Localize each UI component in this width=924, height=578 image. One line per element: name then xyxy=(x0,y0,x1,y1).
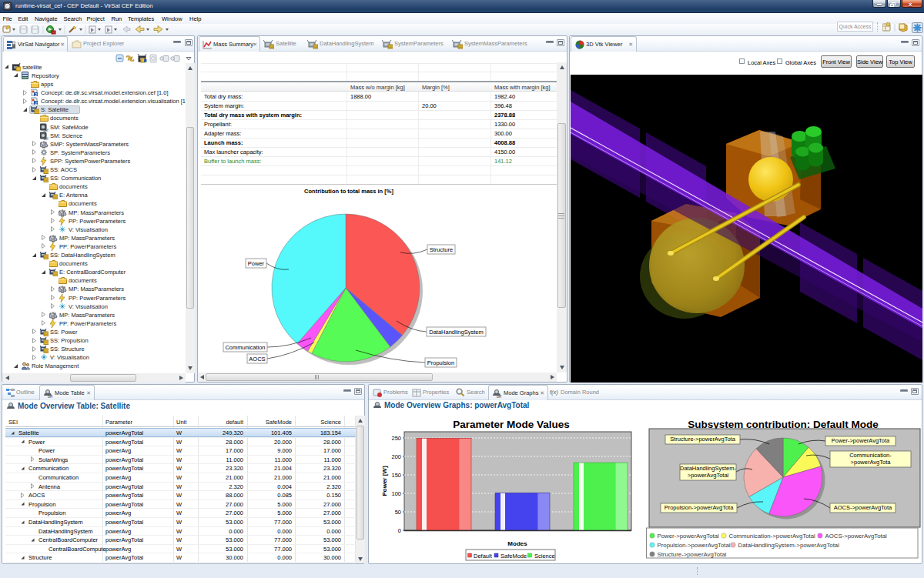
svg-text:150: 150 xyxy=(391,472,401,479)
svg-text:>powerAvgTotal: >powerAvgTotal xyxy=(688,472,729,479)
svg-text:Power [W]: Power [W] xyxy=(381,466,388,496)
svg-text:100: 100 xyxy=(391,490,401,497)
svg-text:DataHandlingSystem->powerAvgTo: DataHandlingSystem->powerAvgTotal xyxy=(738,542,840,549)
svg-text:250: 250 xyxy=(391,435,401,442)
svg-text:AOCS->powerAvgTota: AOCS->powerAvgTota xyxy=(834,504,892,511)
svg-text:Science: Science xyxy=(534,553,555,560)
svg-text:DataHandlingSystem: DataHandlingSystem xyxy=(429,329,483,336)
svg-text:0: 0 xyxy=(398,527,401,534)
svg-text:Power->powerAvgTotal: Power->powerAvgTotal xyxy=(658,533,720,540)
svg-text:DataHandlingSystem-: DataHandlingSystem- xyxy=(680,465,736,472)
svg-text:Communication-: Communication- xyxy=(849,452,892,459)
svg-text:AOCS: AOCS xyxy=(249,356,265,363)
svg-text:200: 200 xyxy=(391,453,401,460)
svg-text:Power->powerAvgTota: Power->powerAvgTota xyxy=(832,437,890,444)
svg-text:Communication->powerAvgTotal: Communication->powerAvgTotal xyxy=(729,533,816,540)
svg-text:50: 50 xyxy=(395,509,401,516)
svg-text:SafeMode: SafeMode xyxy=(500,553,527,560)
svg-text:>powerAvgTota: >powerAvgTota xyxy=(851,459,892,466)
svg-text:Modes: Modes xyxy=(507,540,527,547)
svg-text:Structure: Structure xyxy=(430,246,453,253)
svg-text:Propulsion: Propulsion xyxy=(427,359,454,366)
svg-text:Communication: Communication xyxy=(225,344,265,351)
svg-text:Propulsion->powerAvgTota: Propulsion->powerAvgTota xyxy=(665,504,735,511)
svg-text:cef: cef xyxy=(48,395,53,399)
svg-text:AOCS->powerAvgTotal: AOCS->powerAvgTotal xyxy=(825,533,888,540)
svg-text:Propulsion->powerAvgTotal: Propulsion->powerAvgTotal xyxy=(658,542,731,549)
svg-text:Default: Default xyxy=(474,553,493,560)
svg-text:Power: Power xyxy=(248,260,265,267)
svg-text:Structure->powerAvgTota: Structure->powerAvgTota xyxy=(670,436,736,443)
svg-text:Structure->powerAvgTotal: Structure->powerAvgTotal xyxy=(658,551,727,558)
